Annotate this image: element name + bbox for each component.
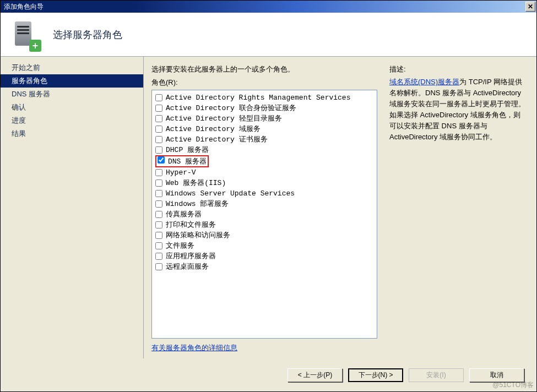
sidebar-step[interactable]: 服务器角色 xyxy=(1,74,143,88)
description-column: 描述: 域名系统(DNS)服务器为 TCP/IP 网络提供名称解析。DNS 服务… xyxy=(389,64,525,353)
role-checkbox[interactable] xyxy=(155,190,162,197)
roles-column: 选择要安装在此服务器上的一个或多个角色。 角色(R): Active Direc… xyxy=(151,64,377,353)
role-checkbox[interactable] xyxy=(155,232,162,239)
role-item[interactable]: Active Directory 轻型目录服务 xyxy=(155,113,373,124)
more-info-link[interactable]: 有关服务器角色的详细信息 xyxy=(151,343,377,353)
header-panel: + 选择服务器角色 xyxy=(1,13,536,57)
role-checkbox[interactable] xyxy=(155,253,162,260)
role-checkbox[interactable] xyxy=(155,200,162,208)
instruction-text: 选择要安装在此服务器上的一个或多个角色。 xyxy=(151,64,377,74)
role-label: DHCP 服务器 xyxy=(166,145,209,155)
description-text: 域名系统(DNS)服务器为 TCP/IP 网络提供名称解析。DNS 服务器与 A… xyxy=(389,77,525,143)
close-icon: ✕ xyxy=(528,3,533,10)
role-label: 应用程序服务器 xyxy=(166,252,216,261)
role-checkbox[interactable] xyxy=(155,94,162,101)
role-item[interactable]: Windows Server Update Services xyxy=(155,188,373,199)
titlebar: 添加角色向导 ✕ xyxy=(1,1,536,13)
role-item[interactable]: Active Directory 联合身份验证服务 xyxy=(155,103,373,113)
description-heading: 描述: xyxy=(389,64,525,74)
footer-buttons: < 上一步(P) 下一步(N) > 安装(I) 取消 xyxy=(1,358,536,391)
role-label: Active Directory 证书服务 xyxy=(166,135,268,144)
role-item[interactable]: 文件服务 xyxy=(155,241,373,251)
role-item[interactable]: DNS 服务器 xyxy=(155,155,373,167)
role-label: Web 服务器(IIS) xyxy=(166,178,226,188)
description-body: 为 TCP/IP 网络提供名称解析。DNS 服务器与 ActiveDirecto… xyxy=(389,78,525,141)
wizard-steps-sidebar: 开始之前服务器角色DNS 服务器确认进度结果 xyxy=(1,57,144,358)
cancel-button[interactable]: 取消 xyxy=(469,368,524,382)
role-checkbox[interactable] xyxy=(155,211,162,218)
role-checkbox[interactable] xyxy=(155,105,162,112)
role-checkbox[interactable] xyxy=(155,126,162,133)
role-label: Active Directory 轻型目录服务 xyxy=(166,114,282,123)
role-checkbox[interactable] xyxy=(155,179,162,187)
role-checkbox[interactable] xyxy=(155,263,162,270)
role-checkbox[interactable] xyxy=(155,136,162,143)
page-title: 选择服务器角色 xyxy=(53,28,122,41)
previous-button[interactable]: < 上一步(P) xyxy=(288,368,343,382)
roles-listbox[interactable]: Active Directory Rights Management Servi… xyxy=(151,90,377,339)
role-checkbox[interactable] xyxy=(155,242,162,249)
role-label: 远程桌面服务 xyxy=(166,262,209,271)
roles-label: 角色(R): xyxy=(151,78,377,88)
server-add-icon: + xyxy=(12,19,39,50)
role-item[interactable]: DHCP 服务器 xyxy=(155,145,373,155)
role-label: 传真服务器 xyxy=(166,210,202,219)
role-item[interactable]: 远程桌面服务 xyxy=(155,262,373,272)
role-item[interactable]: Hyper-V xyxy=(155,167,373,178)
role-checkbox[interactable] xyxy=(158,156,165,164)
role-item[interactable]: Active Directory Rights Management Servi… xyxy=(155,92,373,103)
role-label: 打印和文件服务 xyxy=(166,220,216,230)
content-panel: 选择要安装在此服务器上的一个或多个角色。 角色(R): Active Direc… xyxy=(144,57,536,358)
body-area: 开始之前服务器角色DNS 服务器确认进度结果 选择要安装在此服务器上的一个或多个… xyxy=(1,57,536,358)
role-label: Active Directory 联合身份验证服务 xyxy=(166,104,296,113)
role-item[interactable]: Web 服务器(IIS) xyxy=(155,178,373,188)
role-label: Windows Server Update Services xyxy=(166,189,295,198)
wizard-window: 添加角色向导 ✕ + 选择服务器角色 开始之前服务器角色DNS 服务器确认进度结… xyxy=(0,0,537,392)
role-checkbox[interactable] xyxy=(155,115,162,122)
sidebar-step[interactable]: 确认 xyxy=(1,101,143,114)
sidebar-step[interactable]: 结果 xyxy=(1,127,143,140)
role-label: 文件服务 xyxy=(166,241,194,251)
role-label: Active Directory 域服务 xyxy=(166,124,261,134)
next-button[interactable]: 下一步(N) > xyxy=(348,368,403,382)
role-label: Hyper-V xyxy=(166,168,196,177)
install-button: 安装(I) xyxy=(409,368,464,382)
close-button[interactable]: ✕ xyxy=(525,2,535,12)
role-label: 网络策略和访问服务 xyxy=(166,231,230,240)
role-item[interactable]: Active Directory 证书服务 xyxy=(155,134,373,145)
role-item[interactable]: Windows 部署服务 xyxy=(155,199,373,209)
content-top: 选择要安装在此服务器上的一个或多个角色。 角色(R): Active Direc… xyxy=(151,64,525,353)
window-title: 添加角色向导 xyxy=(4,2,44,12)
role-label: DNS 服务器 xyxy=(168,157,207,166)
role-item[interactable]: 应用程序服务器 xyxy=(155,251,373,262)
role-item[interactable]: Active Directory 域服务 xyxy=(155,124,373,134)
sidebar-step[interactable]: DNS 服务器 xyxy=(1,88,143,101)
sidebar-step[interactable]: 进度 xyxy=(1,114,143,127)
sidebar-step[interactable]: 开始之前 xyxy=(1,61,143,74)
role-label: Active Directory Rights Management Servi… xyxy=(166,93,350,102)
role-label: Windows 部署服务 xyxy=(166,199,229,209)
description-link[interactable]: 域名系统(DNS)服务器 xyxy=(389,78,459,86)
role-checkbox[interactable] xyxy=(155,146,162,154)
role-item[interactable]: 打印和文件服务 xyxy=(155,220,373,230)
role-item[interactable]: 网络策略和访问服务 xyxy=(155,230,373,241)
role-item[interactable]: 传真服务器 xyxy=(155,209,373,220)
role-checkbox[interactable] xyxy=(155,221,162,228)
role-checkbox[interactable] xyxy=(155,169,162,176)
